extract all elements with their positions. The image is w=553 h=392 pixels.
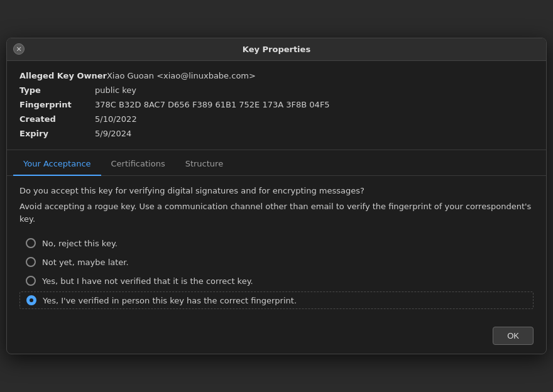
radio-circle-verified [26, 295, 36, 305]
owner-label: Alleged Key Owner [19, 71, 107, 80]
radio-unverified[interactable]: Yes, but I have not verified that it is … [19, 273, 534, 289]
radio-label-reject: No, reject this key. [42, 239, 118, 248]
expiry-value: 5/9/2024 [95, 129, 131, 138]
created-value: 5/10/2022 [95, 114, 137, 124]
type-row: Type public key [19, 85, 534, 95]
tab-content-acceptance: Do you accept this key for verifying dig… [7, 176, 546, 318]
owner-value: Xiao Guoan <xiao@linuxbabe.com> [107, 71, 256, 80]
title-bar: ✕ Key Properties [7, 38, 546, 61]
type-label: Type [19, 85, 95, 95]
owner-row: Alleged Key Owner Xiao Guoan <xiao@linux… [19, 71, 534, 80]
radio-label-unverified: Yes, but I have not verified that it is … [42, 276, 253, 286]
acceptance-warning: Avoid accepting a rogue key. Use a commu… [19, 200, 534, 225]
radio-circle-later [26, 257, 36, 267]
ok-button[interactable]: OK [493, 327, 534, 345]
key-properties-dialog: ✕ Key Properties Alleged Key Owner Xiao … [6, 38, 547, 355]
expiry-row: Expiry 5/9/2024 [19, 129, 534, 138]
tab-your-acceptance[interactable]: Your Acceptance [13, 153, 101, 176]
type-value: public key [95, 85, 136, 95]
fingerprint-value: 378C B32D 8AC7 D656 F389 61B1 752E 173A … [95, 100, 330, 109]
created-label: Created [19, 114, 95, 124]
tab-certifications[interactable]: Certifications [101, 153, 175, 176]
tabs-section: Your Acceptance Certifications Structure… [7, 153, 546, 318]
fingerprint-label: Fingerprint [19, 100, 95, 109]
radio-label-later: Not yet, maybe later. [42, 258, 129, 267]
expiry-label: Expiry [19, 129, 95, 138]
radio-verified[interactable]: Yes, I've verified in person this key ha… [19, 291, 534, 309]
created-row: Created 5/10/2022 [19, 114, 534, 124]
tab-structure[interactable]: Structure [175, 153, 233, 176]
dialog-title: Key Properties [243, 45, 310, 54]
dialog-footer: OK [7, 318, 546, 354]
radio-later[interactable]: Not yet, maybe later. [19, 254, 534, 270]
key-info-section: Alleged Key Owner Xiao Guoan <xiao@linux… [7, 61, 546, 150]
close-button[interactable]: ✕ [13, 43, 25, 55]
radio-reject[interactable]: No, reject this key. [19, 235, 534, 251]
radio-label-verified: Yes, I've verified in person this key ha… [43, 296, 297, 305]
tab-bar: Your Acceptance Certifications Structure [7, 153, 546, 176]
fingerprint-row: Fingerprint 378C B32D 8AC7 D656 F389 61B… [19, 100, 534, 109]
acceptance-description: Do you accept this key for verifying dig… [19, 185, 534, 197]
radio-circle-reject [26, 238, 36, 248]
radio-circle-unverified [26, 276, 36, 286]
